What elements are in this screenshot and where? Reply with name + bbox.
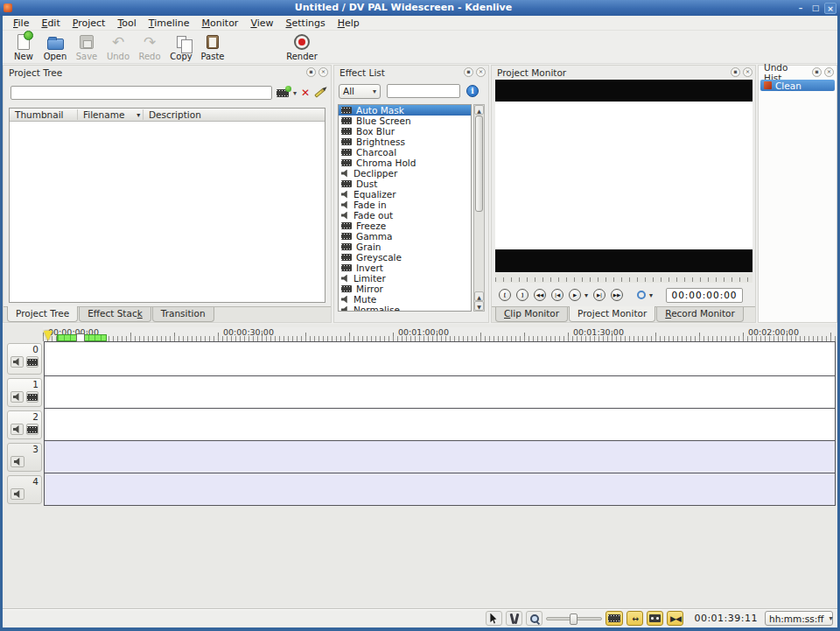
scroll-up-icon[interactable]: ▲ — [474, 105, 484, 115]
effect-item[interactable]: Brightness — [339, 137, 471, 147]
rewind-button[interactable]: ◀◀ — [534, 289, 546, 301]
undo-button[interactable]: ↶Undo — [102, 32, 134, 61]
column-description[interactable]: Description — [144, 109, 206, 120]
project-search-input[interactable] — [10, 86, 272, 100]
effect-search-input[interactable] — [387, 84, 460, 98]
monitor-timecode-field[interactable] — [666, 288, 743, 303]
scroll-up-icon[interactable]: ▲ — [474, 291, 484, 301]
razor-tool-button[interactable] — [506, 611, 522, 626]
chevron-down-icon[interactable]: ▾ — [584, 291, 588, 299]
track-row-3[interactable] — [44, 441, 836, 473]
play-button[interactable]: ▶ — [569, 289, 581, 301]
titlebar[interactable]: Untitled / DV PAL Widescreen - Kdenlive … — [0, 0, 840, 16]
audio-thumbnails-button[interactable]: ↔ — [626, 611, 643, 626]
effect-item[interactable]: Grain — [339, 242, 471, 252]
close-panel-icon[interactable]: × — [824, 67, 834, 77]
zone-end-button[interactable]: ] — [516, 289, 528, 301]
effect-item[interactable]: Limiter — [339, 273, 471, 284]
effect-item[interactable]: Fade out — [339, 210, 471, 221]
maximize-button[interactable]: □ — [809, 3, 822, 14]
effect-item[interactable]: Charcoal — [339, 147, 471, 158]
float-panel-icon[interactable]: ▪ — [812, 67, 822, 77]
float-panel-icon[interactable]: ▪ — [306, 67, 316, 77]
delete-clip-icon[interactable]: ✕ — [301, 87, 310, 99]
column-filename[interactable]: Filename ▾ — [77, 109, 144, 120]
zone-handle[interactable] — [76, 333, 85, 342]
track-row-2[interactable] — [44, 409, 836, 441]
new-button[interactable]: New — [8, 32, 39, 61]
effect-item[interactable]: Normalise — [339, 305, 471, 312]
column-thumbnail[interactable]: Thumbnail — [10, 109, 77, 120]
scroll-down-icon[interactable]: ▼ — [474, 301, 484, 311]
menu-edit[interactable]: Edit — [35, 17, 66, 30]
effect-info-icon[interactable]: i — [466, 85, 479, 97]
select-tool-button[interactable] — [486, 611, 502, 626]
zoom-slider[interactable] — [546, 617, 602, 620]
zone-start-button[interactable]: [ — [499, 289, 511, 301]
menu-monitor[interactable]: Monitor — [196, 17, 245, 30]
effect-item[interactable]: Declipper — [339, 168, 471, 179]
marker-comments-button[interactable] — [647, 611, 663, 626]
effect-item[interactable]: Box Blur — [339, 126, 471, 137]
tab-project-monitor[interactable]: Project Monitor — [569, 306, 655, 322]
effect-item[interactable]: Freeze — [339, 221, 471, 231]
close-panel-icon[interactable]: × — [743, 67, 752, 77]
close-panel-icon[interactable]: × — [476, 67, 486, 77]
copy-button[interactable]: Copy — [165, 32, 197, 61]
timecode-format-dropdown[interactable]: hh:mm:ss:ff ▾ — [765, 611, 833, 626]
minimize-button[interactable]: – — [794, 3, 807, 14]
zoom-slider-thumb[interactable] — [570, 613, 578, 625]
effect-item[interactable]: Chroma Hold — [339, 158, 471, 168]
menu-timeline[interactable]: Timeline — [143, 17, 196, 30]
playhead-marker[interactable] — [44, 331, 52, 340]
effect-item[interactable]: Equalizer — [339, 189, 471, 200]
add-clip-icon[interactable] — [276, 89, 289, 97]
timeline-ruler[interactable]: 00:00:00:0000:00:30:0000:01:00:0000:01:3… — [43, 327, 836, 341]
close-button[interactable]: × — [824, 3, 836, 14]
track-row-4[interactable] — [44, 473, 836, 506]
open-button[interactable]: Open — [39, 32, 71, 61]
play-zone-button[interactable] — [637, 291, 646, 299]
hide-track-button[interactable] — [26, 391, 39, 403]
paste-button[interactable]: Paste — [197, 32, 228, 61]
track-row-1[interactable] — [44, 376, 836, 409]
float-panel-icon[interactable]: ▪ — [731, 67, 740, 77]
effect-item[interactable]: Mirror — [339, 284, 471, 294]
menu-help[interactable]: Help — [332, 17, 366, 30]
snap-button[interactable]: ▶◀ — [667, 611, 683, 626]
menu-file[interactable]: File — [7, 17, 35, 30]
hide-track-button[interactable] — [26, 356, 39, 368]
effect-item[interactable]: Fade in — [339, 200, 471, 210]
effect-item[interactable]: Greyscale — [339, 252, 471, 263]
float-panel-icon[interactable]: ▪ — [464, 67, 473, 77]
effect-list-scrollbar[interactable]: ▲ ▲ ▼ — [473, 104, 485, 312]
track-row-0[interactable] — [44, 341, 836, 376]
frame-forward-button[interactable]: ▶| — [593, 289, 606, 301]
hide-track-button[interactable] — [26, 424, 39, 435]
menu-settings[interactable]: Settings — [280, 17, 332, 30]
undo-history-item[interactable]: Clean — [760, 80, 835, 91]
effect-filter-dropdown[interactable]: All ▾ — [339, 84, 381, 99]
menu-view[interactable]: View — [244, 17, 279, 30]
monitor-seek-ruler[interactable] — [495, 273, 752, 283]
redo-button[interactable]: ↷Redo — [134, 32, 165, 61]
mute-track-button[interactable] — [10, 391, 24, 403]
mute-track-button[interactable] — [10, 488, 24, 500]
menu-tool[interactable]: Tool — [111, 17, 142, 30]
fast-forward-button[interactable]: ▶▶ — [611, 289, 623, 301]
chevron-down-icon[interactable]: ▾ — [649, 291, 653, 299]
edit-clip-icon[interactable] — [314, 88, 326, 97]
render-button[interactable]: Render — [286, 32, 318, 61]
project-tree-table[interactable]: Thumbnail Filename ▾ Description — [9, 108, 326, 303]
tab-effect-stack[interactable]: Effect Stack — [79, 307, 151, 322]
mute-track-button[interactable] — [10, 456, 24, 467]
menu-project[interactable]: Project — [66, 17, 112, 30]
fit-zoom-button[interactable] — [526, 611, 542, 626]
effect-item[interactable]: Auto Mask — [339, 105, 471, 116]
effect-item[interactable]: Invert — [339, 263, 471, 273]
tab-transition[interactable]: Transition — [152, 307, 214, 322]
video-thumbnails-button[interactable] — [606, 611, 623, 626]
effect-item[interactable]: Mute — [339, 294, 471, 305]
mute-track-button[interactable] — [10, 424, 24, 435]
save-button[interactable]: Save — [71, 32, 102, 61]
